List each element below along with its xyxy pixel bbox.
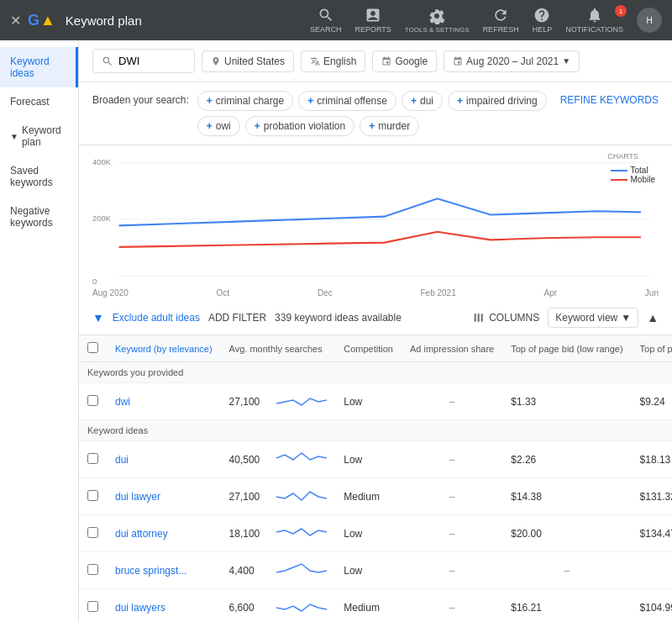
chip-probation-violation[interactable]: +probation violation — [245, 116, 354, 136]
tools-nav-label: TOOLS & SETTINGS — [405, 26, 470, 34]
row-checkbox-bruce[interactable] — [87, 564, 98, 575]
keyword-dwi[interactable]: dwi — [107, 383, 221, 420]
table-row: dui lawyers 6,600 Medium – $16.21 $104.9… — [79, 589, 672, 623]
dropdown-icon: ▼ — [621, 312, 631, 324]
chart-x-labels: Aug 2020 Oct Dec Feb 2021 Apr Jun — [92, 288, 659, 301]
filter-bar: ▼ Exclude adult ideas ADD FILTER 339 key… — [79, 301, 672, 335]
chip-murder[interactable]: +murder — [360, 116, 419, 136]
searches-dui-attorney: 18,100 — [221, 515, 269, 552]
notifications-nav-label: NOTIFICATIONS — [565, 25, 623, 34]
help-nav-label: HELP — [533, 25, 553, 34]
chip-criminal-offense[interactable]: +criminal offense — [298, 91, 396, 111]
filter-icon: ▼ — [92, 311, 104, 324]
sparkline-dui-lawyer — [268, 478, 335, 515]
close-icon[interactable]: ✕ — [10, 13, 21, 29]
search-box[interactable] — [92, 49, 195, 73]
avatar[interactable]: H — [637, 8, 662, 33]
header-bid-high[interactable]: Top of page bid (high range) — [632, 335, 672, 362]
searches-dui: 40,500 — [221, 441, 269, 478]
sidebar-item-keyword-ideas[interactable]: Keyword ideas — [0, 47, 78, 87]
date-range-filter[interactable]: Aug 2020 – Jul 2021 ▼ — [444, 50, 580, 72]
search-icon — [102, 55, 113, 67]
keyword-dui-lawyer[interactable]: dui lawyer — [107, 478, 221, 515]
sidebar-item-keyword-plan[interactable]: ▼ Keyword plan — [0, 116, 78, 156]
x-label-feb: Feb 2021 — [420, 288, 455, 298]
svg-text:0: 0 — [92, 277, 97, 286]
location-icon — [211, 56, 221, 66]
main-layout: Keyword ideas Forecast ▼ Keyword plan Sa… — [0, 40, 672, 622]
header-monthly-searches[interactable]: Avg. monthly searches — [221, 335, 336, 362]
broaden-label: Broaden your search: — [92, 91, 189, 106]
chip-criminal-charge[interactable]: +criminal charge — [197, 91, 293, 111]
location-filter[interactable]: United States — [202, 50, 294, 72]
keyword-dui[interactable]: dui — [107, 441, 221, 478]
sidebar: Keyword ideas Forecast ▼ Keyword plan Sa… — [0, 40, 79, 622]
sparkline-dui-attorney — [268, 515, 335, 552]
chip-impaired-driving[interactable]: +impaired driving — [448, 91, 547, 111]
keyword-count-label: 339 keyword ideas available — [275, 312, 464, 324]
page-title: Keyword plan — [66, 13, 142, 28]
keyword-bruce[interactable]: bruce springst... — [107, 552, 221, 589]
header-bid-low[interactable]: Top of page bid (low range) — [502, 335, 631, 362]
columns-button[interactable]: COLUMNS — [472, 311, 539, 324]
top-navigation: ✕ G ▲ Keyword plan SEARCH REPORTS TOOLS … — [0, 0, 672, 40]
refresh-nav-button[interactable]: REFRESH — [483, 7, 519, 34]
nav-left: ✕ G ▲ Keyword plan — [10, 12, 302, 29]
broaden-chips: +criminal charge +criminal offense +dui … — [197, 91, 552, 136]
sidebar-item-forecast[interactable]: Forecast — [0, 87, 78, 116]
svg-text:400K: 400K — [92, 157, 112, 166]
search-nav-button[interactable]: SEARCH — [310, 7, 342, 34]
network-icon — [381, 56, 391, 66]
collapse-button[interactable]: ▲ — [647, 311, 659, 324]
notifications-nav-button[interactable]: 1 NOTIFICATIONS — [565, 7, 623, 34]
help-nav-button[interactable]: HELP — [533, 7, 553, 34]
row-checkbox-dui-lawyers[interactable] — [87, 601, 98, 612]
add-filter-button[interactable]: ADD FILTER — [208, 312, 266, 324]
keyword-dui-lawyers[interactable]: dui lawyers — [107, 589, 221, 623]
sparkline-dwi — [268, 383, 335, 420]
chip-owi[interactable]: +owi — [197, 116, 240, 136]
header-checkbox[interactable] — [79, 335, 107, 362]
tools-nav-button[interactable]: TOOLS & SETTINGS — [405, 8, 470, 34]
x-label-oct: Oct — [217, 288, 230, 298]
language-label: English — [323, 55, 356, 67]
columns-icon — [472, 311, 486, 324]
competition-dwi: Low — [335, 383, 402, 420]
exclude-adult-link[interactable]: Exclude adult ideas — [113, 312, 200, 324]
header-keyword[interactable]: Keyword (by relevance) — [107, 335, 221, 362]
sidebar-item-saved-keywords[interactable]: Saved keywords — [0, 156, 78, 197]
language-filter[interactable]: English — [301, 50, 365, 72]
reports-nav-button[interactable]: REPORTS — [355, 7, 391, 34]
row-checkbox-dui-lawyer[interactable] — [87, 490, 98, 501]
sparkline-dui-lawyers — [268, 589, 335, 623]
bid-high-dwi: $9.24 — [632, 383, 672, 420]
table-row: dui lawyer 27,100 Medium – $14.38 $131.3… — [79, 478, 672, 515]
searches-bruce: 4,400 — [221, 552, 269, 589]
chart-area: CHARTS Total Mobile 400K 200K — [79, 145, 672, 301]
section-header-provided: Keywords you provided — [79, 362, 672, 383]
keyword-dui-attorney[interactable]: dui attorney — [107, 515, 221, 552]
header-competition[interactable]: Competition — [335, 335, 402, 362]
refine-keywords-button[interactable]: REFINE KEYWORDS — [560, 91, 659, 106]
header-ad-impression[interactable]: Ad impression share — [402, 335, 502, 362]
table-row: bruce springst... 4,400 Low – – – — [79, 552, 672, 589]
search-input[interactable] — [118, 55, 186, 67]
google-logo: G ▲ — [28, 12, 55, 29]
table-row: dui attorney 18,100 Low – $20.00 $134.47… — [79, 515, 672, 552]
sidebar-item-negative-keywords[interactable]: Negative keywords — [0, 197, 78, 237]
row-checkbox-dui-attorney[interactable] — [87, 527, 98, 538]
chip-dui[interactable]: +dui — [402, 91, 443, 111]
keyword-view-label: Keyword view — [555, 312, 617, 324]
keyword-view-button[interactable]: Keyword view ▼ — [548, 308, 638, 328]
notification-count: 1 — [615, 5, 627, 17]
select-all-checkbox[interactable] — [87, 342, 98, 353]
searches-dui-lawyer: 27,100 — [221, 478, 269, 515]
network-label: Google — [395, 55, 428, 67]
network-filter[interactable]: Google — [372, 50, 437, 72]
row-checkbox-dui[interactable] — [87, 453, 98, 464]
table-row: dwi 27,100 Low – $1.33 $9.24 — [79, 383, 672, 420]
impression-dwi: – — [402, 383, 502, 420]
columns-label: COLUMNS — [489, 312, 539, 324]
row-checkbox-dwi[interactable] — [87, 395, 98, 406]
translate-icon — [310, 56, 320, 66]
